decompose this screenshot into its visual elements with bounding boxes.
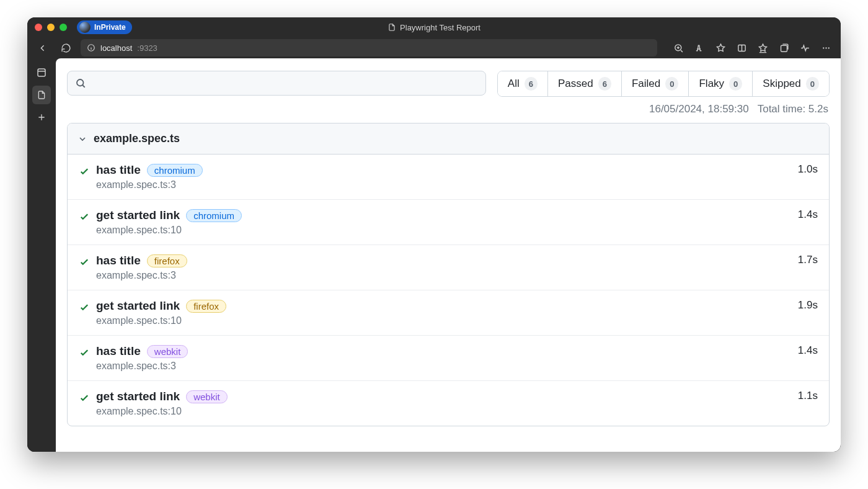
filter-count: 0 [806, 77, 819, 91]
check-icon [79, 302, 90, 313]
test-duration: 1.7s [798, 254, 818, 266]
filter-tabs: All 6 Passed 6 Failed 0 Flaky 0 [497, 71, 830, 97]
test-main: get started link firefox example.spec.ts… [96, 299, 790, 326]
report-timestamp: 16/05/2024, 18:59:30 [649, 103, 749, 115]
test-name: has title [96, 254, 141, 267]
browser-body: All 6 Passed 6 Failed 0 Flaky 0 [27, 58, 841, 452]
test-duration: 1.1s [798, 390, 818, 402]
tab-title-text: Playwright Test Report [400, 23, 480, 32]
test-file-card: example.spec.ts has title chromium examp… [67, 123, 830, 426]
svg-point-8 [77, 79, 84, 86]
test-location: example.spec.ts:10 [96, 406, 790, 417]
back-button[interactable] [33, 39, 51, 56]
check-icon [79, 347, 90, 358]
browser-pill: firefox [186, 300, 226, 313]
test-main: get started link webkit example.spec.ts:… [96, 390, 790, 417]
inprivate-badge[interactable]: InPrivate [77, 20, 132, 34]
test-row[interactable]: has title webkit example.spec.ts:3 1.4s [68, 336, 829, 381]
health-icon[interactable] [796, 39, 813, 56]
test-title-row: get started link chromium [96, 209, 790, 222]
test-file-header[interactable]: example.spec.ts [68, 123, 829, 155]
filter-failed[interactable]: Failed 0 [622, 71, 689, 96]
filter-all[interactable]: All 6 [498, 71, 548, 96]
filter-label: All [508, 78, 520, 90]
test-main: has title firefox example.spec.ts:3 [96, 254, 790, 281]
test-title-row: get started link webkit [96, 390, 790, 403]
test-main: has title chromium example.spec.ts:3 [96, 163, 790, 191]
test-row[interactable]: get started link firefox example.spec.ts… [68, 290, 829, 336]
check-icon [79, 392, 90, 403]
info-icon [87, 43, 95, 52]
test-main: get started link chromium example.spec.t… [96, 209, 790, 236]
browser-pill: chromium [186, 209, 242, 222]
svg-rect-3 [781, 45, 787, 52]
tab-title: Playwright Test Report [27, 23, 841, 32]
filter-label: Passed [558, 78, 593, 90]
filter-passed[interactable]: Passed 6 [548, 71, 622, 96]
filter-count: 0 [729, 77, 742, 91]
vertical-tab-rail [27, 58, 56, 452]
test-name: get started link [96, 209, 180, 222]
browser-pill: chromium [147, 164, 203, 177]
filter-skipped[interactable]: Skipped 0 [753, 71, 829, 96]
test-duration: 1.4s [798, 344, 818, 357]
collections-icon[interactable] [775, 39, 792, 56]
tab-actions-button[interactable] [32, 63, 51, 82]
test-location: example.spec.ts:3 [96, 361, 790, 372]
test-location: example.spec.ts:10 [96, 315, 790, 326]
current-tab-icon[interactable] [32, 86, 51, 104]
split-screen-icon[interactable] [733, 39, 750, 56]
search-box[interactable] [67, 71, 486, 96]
close-window-button[interactable] [35, 24, 42, 31]
svg-point-4 [823, 47, 824, 48]
test-name: has title [96, 163, 141, 177]
minimize-window-button[interactable] [47, 24, 55, 31]
test-row[interactable]: has title firefox example.spec.ts:3 1.7s [68, 245, 829, 290]
profile-avatar-icon [79, 22, 91, 33]
check-icon [79, 166, 90, 177]
toolbar-right [670, 39, 835, 56]
test-row[interactable]: get started link chromium example.spec.t… [68, 200, 829, 245]
test-title-row: has title chromium [96, 163, 790, 177]
test-location: example.spec.ts:3 [96, 270, 790, 281]
search-icon [75, 78, 86, 89]
inprivate-label: InPrivate [94, 23, 126, 32]
window-controls [35, 24, 67, 31]
test-file-name: example.spec.ts [94, 132, 180, 145]
chevron-down-icon [78, 134, 87, 144]
test-title-row: has title webkit [96, 344, 790, 358]
test-title-row: has title firefox [96, 254, 790, 267]
address-bar[interactable]: localhost:9323 [81, 39, 657, 56]
check-icon [79, 256, 90, 267]
test-list: has title chromium example.spec.ts:3 1.0… [68, 155, 829, 426]
maximize-window-button[interactable] [60, 24, 67, 31]
url-host: localhost [100, 43, 132, 53]
url-port: :9323 [137, 43, 157, 53]
test-row[interactable]: has title chromium example.spec.ts:3 1.0… [68, 155, 829, 200]
search-input[interactable] [91, 78, 478, 89]
test-location: example.spec.ts:10 [96, 225, 790, 236]
test-name: has title [96, 344, 141, 358]
test-duration: 1.9s [798, 299, 818, 312]
test-row[interactable]: get started link webkit example.spec.ts:… [68, 381, 829, 426]
filter-label: Flaky [699, 78, 724, 90]
svg-rect-7 [38, 69, 45, 76]
favorite-icon[interactable] [712, 39, 729, 56]
read-aloud-icon[interactable] [691, 39, 708, 56]
favorites-list-icon[interactable] [754, 39, 771, 56]
new-tab-button[interactable] [32, 108, 51, 127]
filter-count: 6 [525, 77, 538, 91]
svg-point-6 [828, 47, 829, 48]
report-page: All 6 Passed 6 Failed 0 Flaky 0 [56, 58, 841, 452]
zoom-icon[interactable] [670, 39, 687, 56]
filter-count: 6 [598, 77, 611, 91]
test-location: example.spec.ts:3 [96, 179, 790, 191]
titlebar: InPrivate Playwright Test Report [27, 17, 841, 37]
browser-pill: webkit [147, 345, 188, 358]
svg-point-5 [825, 47, 826, 48]
filter-count: 0 [665, 77, 678, 91]
test-name: get started link [96, 390, 180, 403]
refresh-button[interactable] [57, 39, 74, 56]
more-icon[interactable] [817, 39, 835, 56]
filter-flaky[interactable]: Flaky 0 [689, 71, 753, 96]
